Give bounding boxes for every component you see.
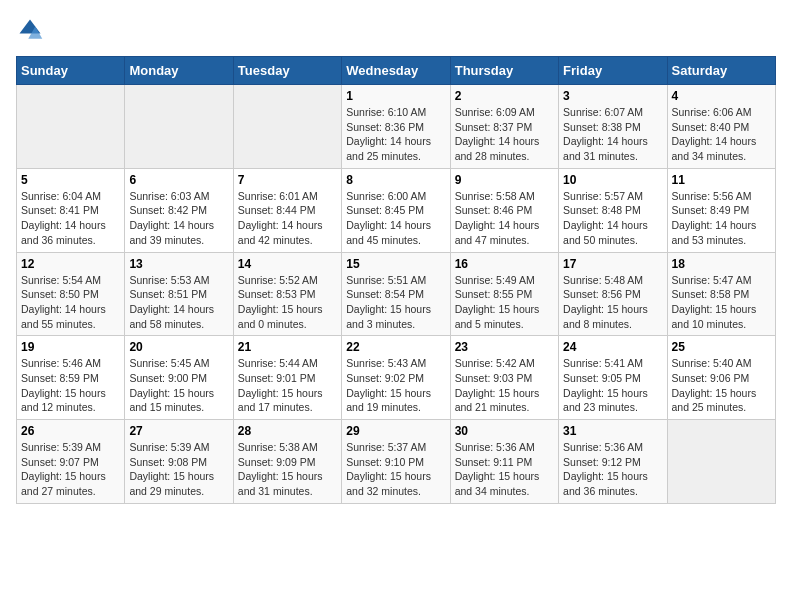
day-detail: Sunrise: 5:36 AM Sunset: 9:11 PM Dayligh… bbox=[455, 440, 554, 499]
day-number: 4 bbox=[672, 89, 771, 103]
day-detail: Sunrise: 5:52 AM Sunset: 8:53 PM Dayligh… bbox=[238, 273, 337, 332]
day-detail: Sunrise: 6:00 AM Sunset: 8:45 PM Dayligh… bbox=[346, 189, 445, 248]
day-detail: Sunrise: 6:09 AM Sunset: 8:37 PM Dayligh… bbox=[455, 105, 554, 164]
header-row: SundayMondayTuesdayWednesdayThursdayFrid… bbox=[17, 57, 776, 85]
calendar-table: SundayMondayTuesdayWednesdayThursdayFrid… bbox=[16, 56, 776, 504]
week-row-4: 19Sunrise: 5:46 AM Sunset: 8:59 PM Dayli… bbox=[17, 336, 776, 420]
day-number: 6 bbox=[129, 173, 228, 187]
day-number: 12 bbox=[21, 257, 120, 271]
day-cell: 24Sunrise: 5:41 AM Sunset: 9:05 PM Dayli… bbox=[559, 336, 667, 420]
day-detail: Sunrise: 6:04 AM Sunset: 8:41 PM Dayligh… bbox=[21, 189, 120, 248]
day-cell: 22Sunrise: 5:43 AM Sunset: 9:02 PM Dayli… bbox=[342, 336, 450, 420]
day-cell: 1Sunrise: 6:10 AM Sunset: 8:36 PM Daylig… bbox=[342, 85, 450, 169]
day-detail: Sunrise: 5:38 AM Sunset: 9:09 PM Dayligh… bbox=[238, 440, 337, 499]
week-row-2: 5Sunrise: 6:04 AM Sunset: 8:41 PM Daylig… bbox=[17, 168, 776, 252]
day-cell bbox=[233, 85, 341, 169]
day-cell: 12Sunrise: 5:54 AM Sunset: 8:50 PM Dayli… bbox=[17, 252, 125, 336]
day-number: 17 bbox=[563, 257, 662, 271]
logo bbox=[16, 16, 48, 44]
day-detail: Sunrise: 5:46 AM Sunset: 8:59 PM Dayligh… bbox=[21, 356, 120, 415]
day-cell: 15Sunrise: 5:51 AM Sunset: 8:54 PM Dayli… bbox=[342, 252, 450, 336]
day-cell: 26Sunrise: 5:39 AM Sunset: 9:07 PM Dayli… bbox=[17, 420, 125, 504]
day-number: 30 bbox=[455, 424, 554, 438]
day-number: 9 bbox=[455, 173, 554, 187]
day-detail: Sunrise: 6:03 AM Sunset: 8:42 PM Dayligh… bbox=[129, 189, 228, 248]
header-sunday: Sunday bbox=[17, 57, 125, 85]
day-number: 5 bbox=[21, 173, 120, 187]
header-tuesday: Tuesday bbox=[233, 57, 341, 85]
day-number: 26 bbox=[21, 424, 120, 438]
day-number: 2 bbox=[455, 89, 554, 103]
day-cell: 11Sunrise: 5:56 AM Sunset: 8:49 PM Dayli… bbox=[667, 168, 775, 252]
day-detail: Sunrise: 5:36 AM Sunset: 9:12 PM Dayligh… bbox=[563, 440, 662, 499]
day-number: 18 bbox=[672, 257, 771, 271]
header-wednesday: Wednesday bbox=[342, 57, 450, 85]
day-cell: 17Sunrise: 5:48 AM Sunset: 8:56 PM Dayli… bbox=[559, 252, 667, 336]
day-detail: Sunrise: 5:41 AM Sunset: 9:05 PM Dayligh… bbox=[563, 356, 662, 415]
day-cell: 14Sunrise: 5:52 AM Sunset: 8:53 PM Dayli… bbox=[233, 252, 341, 336]
day-number: 21 bbox=[238, 340, 337, 354]
day-number: 8 bbox=[346, 173, 445, 187]
day-detail: Sunrise: 5:53 AM Sunset: 8:51 PM Dayligh… bbox=[129, 273, 228, 332]
day-detail: Sunrise: 6:10 AM Sunset: 8:36 PM Dayligh… bbox=[346, 105, 445, 164]
day-detail: Sunrise: 5:40 AM Sunset: 9:06 PM Dayligh… bbox=[672, 356, 771, 415]
day-number: 20 bbox=[129, 340, 228, 354]
day-cell: 20Sunrise: 5:45 AM Sunset: 9:00 PM Dayli… bbox=[125, 336, 233, 420]
day-cell: 3Sunrise: 6:07 AM Sunset: 8:38 PM Daylig… bbox=[559, 85, 667, 169]
day-cell: 19Sunrise: 5:46 AM Sunset: 8:59 PM Dayli… bbox=[17, 336, 125, 420]
day-number: 7 bbox=[238, 173, 337, 187]
day-number: 31 bbox=[563, 424, 662, 438]
day-cell: 31Sunrise: 5:36 AM Sunset: 9:12 PM Dayli… bbox=[559, 420, 667, 504]
day-number: 11 bbox=[672, 173, 771, 187]
day-cell bbox=[667, 420, 775, 504]
day-cell: 7Sunrise: 6:01 AM Sunset: 8:44 PM Daylig… bbox=[233, 168, 341, 252]
day-detail: Sunrise: 5:57 AM Sunset: 8:48 PM Dayligh… bbox=[563, 189, 662, 248]
page-header bbox=[16, 16, 776, 44]
week-row-3: 12Sunrise: 5:54 AM Sunset: 8:50 PM Dayli… bbox=[17, 252, 776, 336]
day-cell bbox=[17, 85, 125, 169]
day-number: 22 bbox=[346, 340, 445, 354]
day-detail: Sunrise: 5:51 AM Sunset: 8:54 PM Dayligh… bbox=[346, 273, 445, 332]
day-cell: 8Sunrise: 6:00 AM Sunset: 8:45 PM Daylig… bbox=[342, 168, 450, 252]
day-cell: 2Sunrise: 6:09 AM Sunset: 8:37 PM Daylig… bbox=[450, 85, 558, 169]
day-cell: 13Sunrise: 5:53 AM Sunset: 8:51 PM Dayli… bbox=[125, 252, 233, 336]
day-cell: 16Sunrise: 5:49 AM Sunset: 8:55 PM Dayli… bbox=[450, 252, 558, 336]
day-cell: 5Sunrise: 6:04 AM Sunset: 8:41 PM Daylig… bbox=[17, 168, 125, 252]
day-number: 14 bbox=[238, 257, 337, 271]
week-row-5: 26Sunrise: 5:39 AM Sunset: 9:07 PM Dayli… bbox=[17, 420, 776, 504]
day-detail: Sunrise: 5:39 AM Sunset: 9:08 PM Dayligh… bbox=[129, 440, 228, 499]
day-detail: Sunrise: 5:43 AM Sunset: 9:02 PM Dayligh… bbox=[346, 356, 445, 415]
day-number: 28 bbox=[238, 424, 337, 438]
day-number: 23 bbox=[455, 340, 554, 354]
day-number: 3 bbox=[563, 89, 662, 103]
day-cell bbox=[125, 85, 233, 169]
header-monday: Monday bbox=[125, 57, 233, 85]
day-cell: 21Sunrise: 5:44 AM Sunset: 9:01 PM Dayli… bbox=[233, 336, 341, 420]
day-detail: Sunrise: 6:06 AM Sunset: 8:40 PM Dayligh… bbox=[672, 105, 771, 164]
day-detail: Sunrise: 5:54 AM Sunset: 8:50 PM Dayligh… bbox=[21, 273, 120, 332]
day-cell: 25Sunrise: 5:40 AM Sunset: 9:06 PM Dayli… bbox=[667, 336, 775, 420]
day-number: 29 bbox=[346, 424, 445, 438]
day-cell: 30Sunrise: 5:36 AM Sunset: 9:11 PM Dayli… bbox=[450, 420, 558, 504]
day-cell: 6Sunrise: 6:03 AM Sunset: 8:42 PM Daylig… bbox=[125, 168, 233, 252]
day-detail: Sunrise: 5:49 AM Sunset: 8:55 PM Dayligh… bbox=[455, 273, 554, 332]
day-number: 19 bbox=[21, 340, 120, 354]
day-number: 10 bbox=[563, 173, 662, 187]
day-detail: Sunrise: 5:47 AM Sunset: 8:58 PM Dayligh… bbox=[672, 273, 771, 332]
header-friday: Friday bbox=[559, 57, 667, 85]
day-detail: Sunrise: 5:45 AM Sunset: 9:00 PM Dayligh… bbox=[129, 356, 228, 415]
day-detail: Sunrise: 5:44 AM Sunset: 9:01 PM Dayligh… bbox=[238, 356, 337, 415]
day-number: 25 bbox=[672, 340, 771, 354]
day-detail: Sunrise: 5:39 AM Sunset: 9:07 PM Dayligh… bbox=[21, 440, 120, 499]
week-row-1: 1Sunrise: 6:10 AM Sunset: 8:36 PM Daylig… bbox=[17, 85, 776, 169]
day-cell: 4Sunrise: 6:06 AM Sunset: 8:40 PM Daylig… bbox=[667, 85, 775, 169]
day-detail: Sunrise: 5:58 AM Sunset: 8:46 PM Dayligh… bbox=[455, 189, 554, 248]
header-saturday: Saturday bbox=[667, 57, 775, 85]
day-number: 1 bbox=[346, 89, 445, 103]
day-number: 15 bbox=[346, 257, 445, 271]
day-detail: Sunrise: 5:48 AM Sunset: 8:56 PM Dayligh… bbox=[563, 273, 662, 332]
day-number: 27 bbox=[129, 424, 228, 438]
logo-icon bbox=[16, 16, 44, 44]
day-cell: 9Sunrise: 5:58 AM Sunset: 8:46 PM Daylig… bbox=[450, 168, 558, 252]
day-cell: 27Sunrise: 5:39 AM Sunset: 9:08 PM Dayli… bbox=[125, 420, 233, 504]
